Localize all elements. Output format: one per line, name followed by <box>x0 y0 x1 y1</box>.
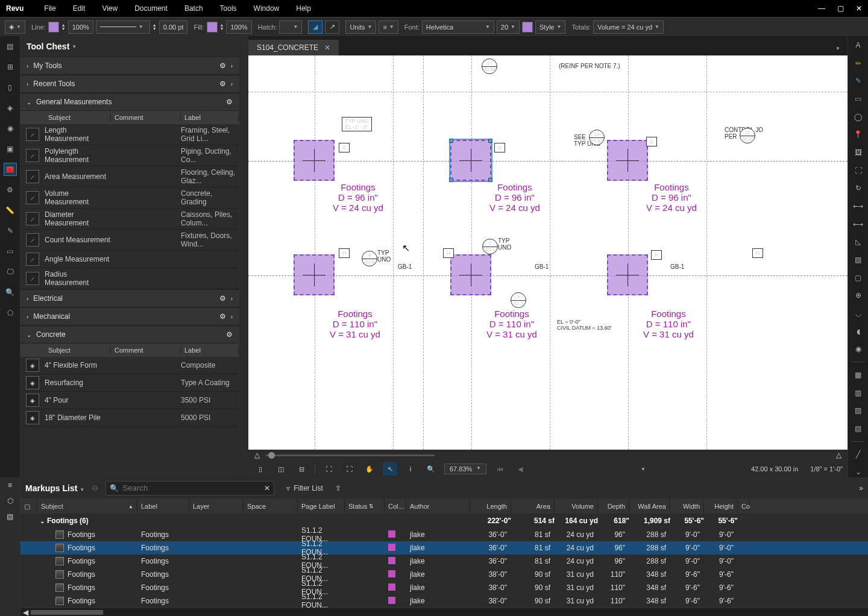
thumbnails-icon[interactable]: ▤ <box>4 40 17 53</box>
highlight-toggle[interactable]: ◢ <box>308 20 322 34</box>
single-page-icon[interactable]: ▯ <box>253 462 268 476</box>
markups-doc-icon[interactable]: ▤ <box>7 512 13 521</box>
r-dim-h-icon[interactable]: ⟷ <box>852 219 865 230</box>
spaces-icon[interactable]: ◉ <box>4 122 17 135</box>
tc-section-recent[interactable]: ›Recent Tools⚙› <box>20 75 239 93</box>
bookmarks-icon[interactable]: ▯ <box>4 81 17 94</box>
r-line-icon[interactable]: ╱ <box>852 449 865 460</box>
line-opacity-value[interactable]: 100% <box>68 20 93 34</box>
links-icon[interactable]: ⬠ <box>4 306 17 319</box>
r-sq-icon[interactable]: ▢ <box>852 272 865 283</box>
r-a-icon[interactable]: A <box>852 40 865 51</box>
layers-icon[interactable]: ◈ <box>4 101 17 115</box>
close-button[interactable]: ✕ <box>856 4 862 13</box>
r-target-icon[interactable]: ⊕ <box>852 290 865 301</box>
tc-section-concrete[interactable]: ⌄Concrete⚙ <box>20 325 239 344</box>
filter-button[interactable]: ▿Filter List <box>281 482 328 495</box>
footing-6[interactable] <box>607 254 648 295</box>
footing-5[interactable] <box>450 254 491 295</box>
tc-tool-row[interactable]: ⟋ Radius Measurement <box>20 268 239 289</box>
menu-edit[interactable]: Edit <box>64 2 94 15</box>
tc-tool-row[interactable]: ◈ 4" Pour 3500 PSI <box>20 392 239 409</box>
col-author[interactable]: Author <box>406 499 470 514</box>
col-space[interactable]: Space <box>244 499 298 514</box>
font-size-dropdown[interactable]: 20▼ <box>497 20 520 34</box>
col-color[interactable]: Col... <box>385 499 406 514</box>
line-opacity-spinner[interactable]: ▲▼ <box>61 24 66 31</box>
tc-tool-row[interactable]: ⟋ Length Measurement Framing, Steel, Gri… <box>20 124 239 145</box>
markups-row[interactable]: Footings Footings S1.1.2 FOUN... jlake 3… <box>20 594 868 608</box>
pan-icon[interactable]: ✋ <box>362 462 377 476</box>
menu-help[interactable]: Help <box>288 2 319 15</box>
units-dropdown[interactable]: Units▼ <box>345 20 376 34</box>
zoom-icon[interactable]: 🔍 <box>424 462 438 476</box>
layout-dropdown[interactable]: ≡▼ <box>379 20 398 34</box>
r-pin-icon[interactable]: 📍 <box>852 129 865 140</box>
r-tbl-icon[interactable]: ▦ <box>852 369 865 380</box>
gear-icon[interactable]: ⚙ <box>219 312 226 321</box>
split-horiz-icon[interactable]: ⊟ <box>294 462 309 476</box>
r-rect-icon[interactable]: ▭ <box>852 93 865 104</box>
totals-dropdown[interactable]: Volume = 24 cu yd▼ <box>593 20 664 34</box>
col-subject[interactable]: Subject▲ <box>37 499 137 514</box>
gear-icon[interactable]: ⚙ <box>219 80 226 88</box>
col-status[interactable]: Status ⇅ <box>345 499 385 514</box>
tc-tool-row[interactable]: ◈ 18" Diameter Pile 5000 PSI <box>20 409 239 427</box>
r-rotate-icon[interactable]: ↻ <box>852 183 865 193</box>
markups-group-row[interactable]: ⌄Footings (6) 222'-0" 514 sf 164 cu yd 6… <box>20 514 868 528</box>
menu-document[interactable]: Document <box>126 2 176 15</box>
triangle-left-icon[interactable]: △ <box>254 451 260 459</box>
tc-tool-row[interactable]: ⟋ Area Measurement Flooring, Ceiling, Gl… <box>20 166 239 187</box>
search-input[interactable] <box>122 483 260 492</box>
settings-icon[interactable]: ⚙ <box>4 183 17 196</box>
fill-color-swatch[interactable] <box>207 22 218 33</box>
line-color-swatch[interactable] <box>48 22 59 33</box>
maximize-button[interactable]: ▢ <box>837 4 844 13</box>
markups-row[interactable]: Footings Footings S1.1.2 FOUN... jlake 3… <box>20 541 868 555</box>
col-co[interactable]: Co <box>738 499 750 514</box>
tab-s104-concrete[interactable]: S104_CONCRETE ✕ <box>248 40 339 55</box>
markups-row[interactable]: Footings Footings S1.1.2 FOUN... jlake 3… <box>20 555 868 568</box>
search-icon[interactable]: 🔍 <box>4 286 17 299</box>
r-arc-icon[interactable]: ◡ <box>852 308 865 319</box>
gear-icon[interactable]: ⚙ <box>219 294 226 303</box>
tc-tool-row[interactable]: ⟋ Polylength Measurement Piping, Ducting… <box>20 145 239 166</box>
r-extra-icon[interactable]: ▤ <box>852 423 865 434</box>
col-length[interactable]: Length <box>470 499 511 514</box>
footing-3[interactable] <box>607 140 648 181</box>
toolchest-icon[interactable]: 🧰 <box>4 163 17 176</box>
tabs-expand[interactable]: ▼ <box>828 40 848 55</box>
r-circle-icon[interactable]: ◯ <box>852 112 865 122</box>
grid-icon[interactable]: ⊞ <box>4 60 17 74</box>
font-style-dropdown[interactable]: Style▼ <box>535 20 565 34</box>
tc-section-general[interactable]: ⌄General Measurements⚙ <box>20 93 239 111</box>
visibility-icon[interactable]: ⦵ <box>92 484 98 492</box>
monitor-icon[interactable]: 🖵 <box>4 265 17 278</box>
footing-4[interactable] <box>294 254 335 295</box>
gear-icon[interactable]: ⚙ <box>226 330 233 339</box>
clear-search-icon[interactable]: ✕ <box>264 484 270 492</box>
footing-2-selected[interactable] <box>450 140 491 181</box>
col-volume[interactable]: Volume <box>555 499 598 514</box>
footing-1[interactable] <box>294 140 335 181</box>
markups-row[interactable]: Footings Footings S1.1.2 FOUN... jlake 3… <box>20 581 868 594</box>
tab-close-icon[interactable]: ✕ <box>324 43 330 52</box>
menu-batch[interactable]: Batch <box>176 2 212 15</box>
text-select-icon[interactable]: Ꭵ <box>403 462 418 476</box>
tc-tool-row[interactable]: ⟋ Diameter Measurement Caissons, Piles, … <box>20 209 239 230</box>
font-name-dropdown[interactable]: Helvetica▼ <box>422 20 494 34</box>
r-area2-icon[interactable]: ▨ <box>852 405 865 416</box>
r-highlight-icon[interactable]: ✏ <box>852 58 865 69</box>
export-icon[interactable]: ⇪ <box>335 484 341 492</box>
fit-width-icon[interactable]: ⛶ <box>342 462 356 476</box>
col-height[interactable]: Height <box>704 499 738 514</box>
slider-track[interactable] <box>266 454 435 456</box>
r-area-icon[interactable]: ▨ <box>852 254 865 265</box>
r-crop-icon[interactable]: ⛶ <box>852 165 865 176</box>
markups-3d-icon[interactable]: ⬡ <box>7 497 13 505</box>
triangle-right-icon[interactable]: △ <box>836 451 841 459</box>
markups-expand-icon[interactable]: » <box>859 484 863 492</box>
markups-row[interactable]: Footings Footings S1.1.2 FOUN... jlake 3… <box>20 528 868 541</box>
gear-icon[interactable]: ⚙ <box>219 61 226 70</box>
forms-icon[interactable]: ✎ <box>4 224 17 237</box>
